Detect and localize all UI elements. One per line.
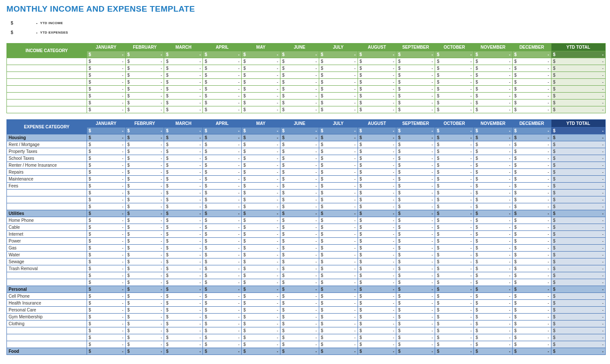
money-cell[interactable]: $- — [396, 86, 435, 93]
money-cell[interactable]: $- — [87, 169, 125, 176]
money-cell[interactable]: $- — [358, 141, 396, 148]
money-cell[interactable]: $- — [125, 252, 164, 258]
money-cell[interactable]: $- — [125, 176, 164, 183]
money-cell[interactable]: $- — [396, 327, 435, 334]
money-cell[interactable]: $- — [164, 265, 203, 272]
money-cell[interactable]: $- — [319, 217, 358, 224]
money-cell[interactable]: $- — [164, 334, 203, 341]
money-cell[interactable]: $- — [125, 141, 164, 148]
money-cell[interactable]: $- — [435, 79, 474, 86]
money-cell[interactable]: $- — [512, 106, 551, 113]
money-cell[interactable]: $- — [87, 224, 125, 231]
money-cell[interactable]: $- — [164, 327, 203, 334]
money-cell[interactable]: $- — [164, 86, 203, 93]
money-cell[interactable]: $- — [203, 148, 242, 155]
money-cell[interactable]: $- — [474, 196, 513, 203]
money-cell[interactable]: $- — [164, 190, 203, 196]
money-cell[interactable]: $- — [474, 300, 513, 307]
money-cell[interactable]: $- — [242, 148, 280, 155]
money-cell[interactable]: $- — [474, 314, 513, 320]
money-cell[interactable]: $- — [512, 86, 551, 93]
money-cell[interactable]: $- — [242, 341, 280, 348]
money-cell[interactable]: $- — [280, 190, 319, 196]
money-cell[interactable]: $- — [87, 252, 125, 258]
money-cell[interactable]: $- — [280, 293, 319, 300]
money-cell[interactable]: $- — [87, 341, 125, 348]
money-cell[interactable]: $- — [396, 155, 435, 162]
money-cell[interactable]: $- — [164, 341, 203, 348]
money-cell[interactable]: $- — [319, 238, 358, 245]
row-label[interactable]: Home Phone — [7, 217, 87, 224]
money-cell[interactable]: $- — [125, 279, 164, 286]
money-cell[interactable]: $- — [203, 231, 242, 238]
row-label[interactable] — [7, 86, 87, 93]
money-cell[interactable]: $- — [358, 341, 396, 348]
money-cell[interactable]: $- — [319, 72, 358, 79]
money-cell[interactable]: $- — [319, 162, 358, 169]
money-cell[interactable]: $- — [435, 58, 474, 65]
money-cell[interactable]: $- — [280, 79, 319, 86]
row-label[interactable] — [7, 190, 87, 196]
money-cell[interactable]: $- — [358, 320, 396, 327]
money-cell[interactable]: $- — [512, 224, 551, 231]
money-cell[interactable]: $- — [358, 65, 396, 72]
money-cell[interactable]: $- — [164, 252, 203, 258]
money-cell[interactable]: $- — [358, 238, 396, 245]
money-cell[interactable]: $- — [396, 183, 435, 190]
money-cell[interactable]: $- — [396, 190, 435, 196]
money-cell[interactable]: $- — [435, 320, 474, 327]
money-cell[interactable]: $- — [396, 300, 435, 307]
money-cell[interactable]: $- — [87, 245, 125, 252]
money-cell[interactable]: $- — [435, 190, 474, 196]
money-cell[interactable]: $- — [319, 190, 358, 196]
money-cell[interactable]: $- — [242, 106, 280, 113]
money-cell[interactable]: $- — [164, 231, 203, 238]
money-cell[interactable]: $- — [87, 231, 125, 238]
money-cell[interactable]: $- — [242, 238, 280, 245]
money-cell[interactable]: $- — [87, 217, 125, 224]
row-label[interactable]: Maintenance — [7, 176, 87, 183]
money-cell[interactable]: $- — [125, 258, 164, 265]
money-cell[interactable]: $- — [125, 190, 164, 196]
money-cell[interactable]: $- — [242, 196, 280, 203]
row-label[interactable]: Personal Care — [7, 307, 87, 314]
money-cell[interactable]: $- — [396, 272, 435, 279]
money-cell[interactable]: $- — [512, 190, 551, 196]
money-cell[interactable]: $- — [125, 72, 164, 79]
money-cell[interactable]: $- — [358, 245, 396, 252]
row-label[interactable] — [7, 203, 87, 210]
row-label[interactable] — [7, 272, 87, 279]
money-cell[interactable]: $- — [319, 327, 358, 334]
money-cell[interactable]: $- — [396, 162, 435, 169]
money-cell[interactable]: $- — [435, 252, 474, 258]
row-label[interactable] — [7, 93, 87, 100]
money-cell[interactable]: $- — [474, 217, 513, 224]
money-cell[interactable]: $- — [358, 272, 396, 279]
money-cell[interactable]: $- — [280, 307, 319, 314]
money-cell[interactable]: $- — [358, 217, 396, 224]
money-cell[interactable]: $- — [435, 300, 474, 307]
money-cell[interactable]: $- — [358, 279, 396, 286]
money-cell[interactable]: $- — [164, 155, 203, 162]
money-cell[interactable]: $- — [280, 272, 319, 279]
money-cell[interactable]: $- — [87, 155, 125, 162]
money-cell[interactable]: $- — [474, 176, 513, 183]
money-cell[interactable]: $- — [164, 141, 203, 148]
money-cell[interactable]: $- — [203, 93, 242, 100]
money-cell[interactable]: $- — [396, 196, 435, 203]
money-cell[interactable]: $- — [203, 300, 242, 307]
money-cell[interactable]: $- — [435, 307, 474, 314]
money-cell[interactable]: $- — [280, 334, 319, 341]
money-cell[interactable]: $- — [474, 155, 513, 162]
money-cell[interactable]: $- — [474, 258, 513, 265]
money-cell[interactable]: $- — [203, 293, 242, 300]
money-cell[interactable]: $- — [512, 334, 551, 341]
row-label[interactable]: Health Insurance — [7, 300, 87, 307]
money-cell[interactable]: $- — [242, 65, 280, 72]
money-cell[interactable]: $- — [280, 341, 319, 348]
money-cell[interactable]: $- — [242, 162, 280, 169]
money-cell[interactable]: $- — [358, 58, 396, 65]
money-cell[interactable]: $- — [358, 93, 396, 100]
money-cell[interactable]: $- — [280, 196, 319, 203]
money-cell[interactable]: $- — [280, 86, 319, 93]
